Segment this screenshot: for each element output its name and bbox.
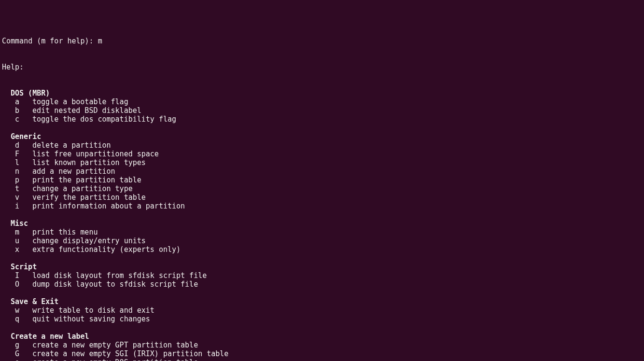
command-description: change display/entry units [32, 236, 146, 245]
command-key: G [15, 349, 32, 358]
command-line: nadd a new partition [2, 167, 642, 176]
help-section: ScriptIload disk layout from sfdisk scri… [2, 263, 642, 289]
command-description: delete a partition [32, 141, 111, 150]
command-description: add a new partition [32, 167, 115, 176]
help-section: DOS (MBR)atoggle a bootable flagbedit ne… [2, 89, 642, 124]
command-key: v [15, 193, 32, 202]
command-key: d [15, 141, 32, 150]
fdisk-prompt-top[interactable]: Command (m for help): m [2, 37, 642, 45]
command-line: atoggle a bootable flag [2, 97, 642, 106]
command-line: bedit nested BSD disklabel [2, 106, 642, 115]
command-line: pprint the partition table [2, 176, 642, 184]
command-description: change a partition type [32, 184, 133, 193]
section-heading: Generic [2, 132, 642, 141]
command-description: write table to disk and exit [32, 306, 154, 315]
section-heading: Misc [2, 219, 642, 228]
command-description: quit without saving changes [32, 315, 150, 323]
help-section: Miscmprint this menuuchange display/entr… [2, 219, 642, 254]
command-description: dump disk layout to sfdisk script file [32, 280, 198, 289]
command-description: create a new empty DOS partition table [32, 358, 198, 361]
command-key: q [15, 315, 32, 323]
command-description: extra functionality (experts only) [32, 245, 181, 254]
command-line: Odump disk layout to sfdisk script file [2, 280, 642, 289]
command-key: o [15, 358, 32, 361]
command-description: toggle a bootable flag [32, 97, 128, 106]
help-sections: DOS (MBR)atoggle a bootable flagbedit ne… [2, 89, 642, 361]
command-line: llist known partition types [2, 158, 642, 167]
command-line: gcreate a new empty GPT partition table [2, 341, 642, 349]
command-line: qquit without saving changes [2, 315, 642, 323]
command-key: t [15, 184, 32, 193]
command-key: a [15, 97, 32, 106]
section-heading: Script [2, 263, 642, 271]
command-description: print information about a partition [32, 202, 185, 210]
command-line: ctoggle the dos compatibility flag [2, 115, 642, 124]
command-key: O [15, 280, 32, 289]
command-key: p [15, 176, 32, 184]
command-line: Iload disk layout from sfdisk script fil… [2, 271, 642, 280]
command-key: m [15, 228, 32, 236]
section-heading: DOS (MBR) [2, 89, 642, 97]
command-description: create a new empty SGI (IRIX) partition … [32, 349, 228, 358]
command-description: list known partition types [32, 158, 146, 167]
command-line: Flist free unpartitioned space [2, 150, 642, 158]
command-key: w [15, 306, 32, 315]
command-description: toggle the dos compatibility flag [32, 115, 176, 124]
section-heading: Create a new label [2, 332, 642, 341]
prompt-entered-command: m [98, 37, 102, 45]
prompt-label: Command (m for help): [2, 37, 98, 45]
command-description: list free unpartitioned space [32, 150, 159, 158]
command-key: F [15, 150, 32, 158]
command-key: i [15, 202, 32, 210]
command-key: c [15, 115, 32, 124]
command-line: tchange a partition type [2, 184, 642, 193]
help-section: Create a new labelgcreate a new empty GP… [2, 332, 642, 361]
command-key: x [15, 245, 32, 254]
command-line: uchange display/entry units [2, 236, 642, 245]
help-section: Genericddelete a partitionFlist free unp… [2, 132, 642, 210]
command-line: wwrite table to disk and exit [2, 306, 642, 315]
command-key: g [15, 341, 32, 349]
command-description: edit nested BSD disklabel [32, 106, 141, 115]
command-line: Gcreate a new empty SGI (IRIX) partition… [2, 349, 642, 358]
command-description: verify the partition table [32, 193, 146, 202]
help-header: Help: [2, 63, 642, 71]
command-line: xextra functionality (experts only) [2, 245, 642, 254]
command-key: I [15, 271, 32, 280]
help-section: Save & Exitwwrite table to disk and exit… [2, 297, 642, 323]
command-key: u [15, 236, 32, 245]
command-line: ddelete a partition [2, 141, 642, 150]
command-line: iprint information about a partition [2, 202, 642, 210]
command-line: vverify the partition table [2, 193, 642, 202]
command-description: print this menu [32, 228, 98, 236]
command-key: n [15, 167, 32, 176]
command-line: ocreate a new empty DOS partition table [2, 358, 642, 361]
section-heading: Save & Exit [2, 297, 642, 306]
command-description: print the partition table [32, 176, 141, 184]
command-description: load disk layout from sfdisk script file [32, 271, 207, 280]
command-key: l [15, 158, 32, 167]
command-description: create a new empty GPT partition table [32, 341, 198, 349]
command-key: b [15, 106, 32, 115]
command-line: mprint this menu [2, 228, 642, 236]
